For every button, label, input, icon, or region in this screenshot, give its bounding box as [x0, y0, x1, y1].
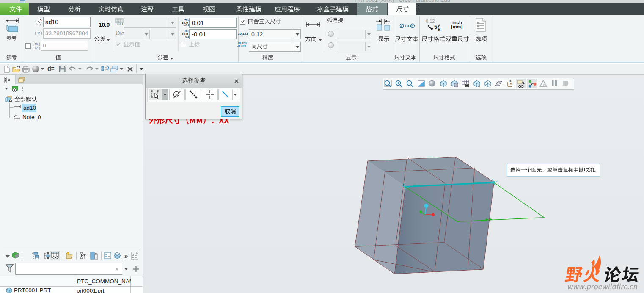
- svg-text:10: 10: [35, 43, 38, 46]
- svg-text:12: 12: [35, 47, 38, 50]
- svg-text:10: 10: [37, 32, 41, 35]
